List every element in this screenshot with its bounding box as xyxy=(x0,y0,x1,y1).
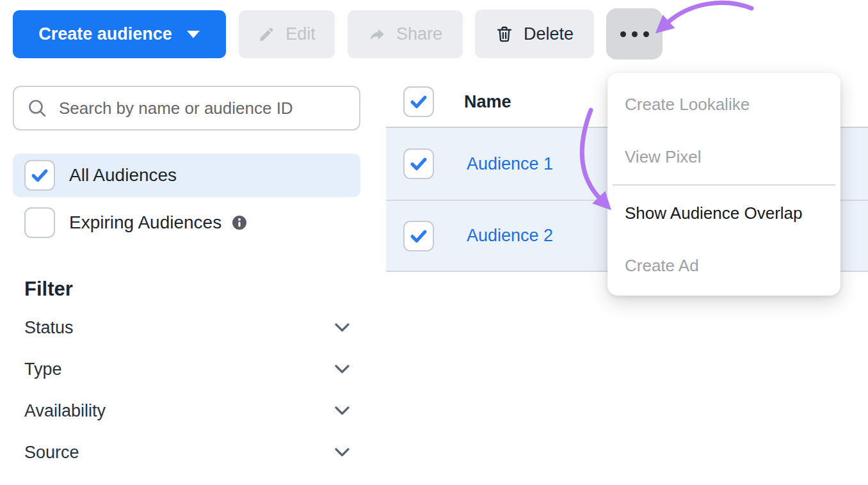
ellipsis-icon xyxy=(620,31,649,37)
expiring-audiences-filter-row[interactable]: Expiring Audiences xyxy=(13,205,360,241)
filter-status-label: Status xyxy=(24,318,74,338)
info-icon[interactable] xyxy=(232,215,247,230)
menu-item-view-pixel[interactable]: View Pixel xyxy=(607,131,840,183)
more-actions-menu: Create Lookalike View Pixel Show Audienc… xyxy=(607,73,840,296)
delete-button[interactable]: Delete xyxy=(475,10,594,58)
edit-button[interactable]: Edit xyxy=(239,10,335,58)
menu-divider xyxy=(613,184,835,186)
pencil-icon xyxy=(258,26,275,43)
trash-icon xyxy=(495,25,513,43)
filter-section-source[interactable]: Source xyxy=(13,436,360,469)
audience-search-box xyxy=(13,86,360,131)
audience-2-link[interactable]: Audience 2 xyxy=(467,226,553,246)
expiring-audiences-checkbox[interactable] xyxy=(24,207,55,238)
share-button[interactable]: Share xyxy=(348,10,463,58)
edit-label: Edit xyxy=(285,24,316,44)
checkmark-icon xyxy=(408,154,429,174)
checkmark-icon xyxy=(29,165,50,186)
delete-label: Delete xyxy=(524,24,574,44)
menu-item-create-lookalike[interactable]: Create Lookalike xyxy=(607,78,840,131)
menu-item-create-ad[interactable]: Create Ad xyxy=(607,239,840,292)
caret-down-icon xyxy=(186,30,200,38)
arrow-to-more-button xyxy=(667,3,751,23)
share-label: Share xyxy=(396,24,442,44)
menu-item-show-audience-overlap[interactable]: Show Audience Overlap xyxy=(607,187,840,239)
name-column-header[interactable]: Name xyxy=(464,92,511,112)
chevron-down-icon xyxy=(335,406,350,415)
filter-section-availability[interactable]: Availability xyxy=(13,394,360,427)
filter-type-label: Type xyxy=(24,360,62,379)
row-2-checkbox[interactable] xyxy=(403,221,434,251)
more-actions-button[interactable] xyxy=(606,8,663,60)
search-icon xyxy=(27,98,47,118)
chevron-down-icon xyxy=(335,448,350,457)
chevron-down-icon xyxy=(335,365,350,374)
select-all-checkbox[interactable] xyxy=(403,86,434,117)
expiring-audiences-label: Expiring Audiences xyxy=(69,212,221,233)
filter-availability-label: Availability xyxy=(24,401,106,421)
checkmark-icon xyxy=(408,226,429,246)
audiences-manager-screen: Create audience Edit Share xyxy=(0,0,868,485)
search-input[interactable] xyxy=(59,99,346,118)
checkmark-icon xyxy=(408,91,429,112)
filter-source-label: Source xyxy=(24,443,79,463)
row-1-checkbox[interactable] xyxy=(403,148,434,179)
chevron-down-icon xyxy=(335,323,350,332)
all-audiences-label: All Audiences xyxy=(69,165,177,186)
create-audience-button[interactable]: Create audience xyxy=(13,10,226,58)
all-audiences-checkbox[interactable] xyxy=(24,160,55,191)
filter-heading: Filter xyxy=(24,278,73,301)
filter-section-type[interactable]: Type xyxy=(13,353,360,386)
share-arrow-icon xyxy=(368,26,386,44)
create-audience-label: Create audience xyxy=(38,24,172,44)
all-audiences-filter-row[interactable]: All Audiences xyxy=(13,154,360,197)
filter-section-status[interactable]: Status xyxy=(13,311,360,344)
audience-1-link[interactable]: Audience 1 xyxy=(467,154,553,174)
